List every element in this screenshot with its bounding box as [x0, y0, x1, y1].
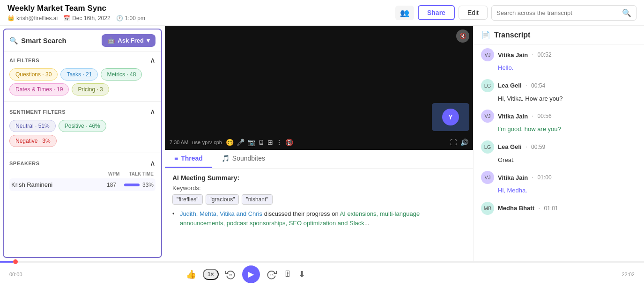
thread-content: AI Meeting Summary: Keywords: "fireflies… — [165, 169, 473, 261]
keyword-chip-0[interactable]: "fireflies" — [172, 194, 203, 205]
ask-fred-button[interactable]: 🤖 Ask Fred ▾ — [102, 34, 155, 47]
crown-icon: 👑 — [7, 15, 15, 22]
questions-chip[interactable]: Questions · 30 — [9, 68, 58, 81]
search-input[interactable] — [496, 9, 619, 16]
svg-text:15: 15 — [270, 273, 274, 276]
attendees-button[interactable]: 👥 — [395, 6, 414, 20]
pricing-chip[interactable]: Pricing · 3 — [72, 83, 109, 96]
speaker-bar — [124, 184, 140, 186]
middle-area: 🔇 Y 7:30 AM use-yprv-cph 😊 🎤 📷 🖥 ⊞ — [165, 26, 473, 261]
video-time: 7:30 AM — [170, 140, 188, 145]
tab-soundbites[interactable]: 🎵 Soundbites — [212, 150, 274, 168]
entry-time-3: 00:59 — [531, 144, 545, 150]
app-header: Weekly Market Team Sync 👑 krish@fireflie… — [0, 0, 644, 26]
keywords-label: Keywords: — [172, 184, 466, 191]
ai-filters-header: AI FILTERS ∧ — [9, 56, 155, 65]
download-button[interactable]: ⬇ — [298, 269, 305, 280]
play-button[interactable]: ▶ — [242, 265, 260, 283]
sentiment-filters-title: SENTIMENT FILTERS — [9, 109, 66, 115]
entry-text-4: Hi, Medha. — [481, 186, 637, 195]
metrics-chip[interactable]: Metrics · 48 — [101, 68, 142, 81]
waveform-button[interactable]: 🎚 — [283, 269, 292, 279]
sentiment-filters-header: SENTIMENT FILTERS ∧ — [9, 107, 155, 116]
pip-avatar: Y — [442, 109, 459, 125]
wpm-header: WPM — [108, 171, 119, 177]
transcript-title: Transcript — [494, 31, 530, 39]
header-meta: 👑 krish@fireflies.ai 📅 Dec 16th, 2022 🕐 … — [7, 15, 390, 22]
mic-icon[interactable]: 🎤 — [237, 139, 244, 146]
entry-name-3: Lea Geli — [498, 143, 522, 150]
search-icon: 🔍 — [622, 8, 631, 17]
keyword-chip-2[interactable]: "nishant" — [242, 194, 272, 205]
share-button[interactable]: Share — [418, 5, 455, 20]
volume-icon[interactable]: 🔊 — [460, 139, 468, 146]
camera-icon[interactable]: 📷 — [247, 139, 255, 146]
ai-filter-chips: Questions · 30 Tasks · 21 Metrics · 48 D… — [9, 68, 155, 96]
emoji-icon[interactable]: 😊 — [226, 139, 234, 146]
forward-button[interactable]: 15 — [266, 269, 277, 280]
sentiment-chips: Neutral · 51% Positive · 46% Negative · … — [9, 120, 155, 147]
main-body: 🔍 Smart Search 🤖 Ask Fred ▾ AI FILTERS ∧… — [0, 26, 644, 261]
meeting-time: 1:00 pm — [125, 15, 145, 22]
meeting-date: Dec 16th, 2022 — [72, 15, 110, 22]
sidebar-header: 🔍 Smart Search 🤖 Ask Fred ▾ — [4, 29, 161, 52]
tasks-chip[interactable]: Tasks · 21 — [60, 68, 98, 81]
user-meta: 👑 krish@fireflies.ai — [7, 15, 58, 22]
negative-chip[interactable]: Negative · 3% — [9, 135, 57, 147]
entry-text-2: I'm good, how are you? — [481, 125, 637, 134]
progress-dot — [13, 259, 18, 264]
transcript-header: 📄 Transcript — [474, 26, 644, 44]
tab-thread[interactable]: ≡ Thread — [165, 150, 212, 168]
pip-initial: Y — [448, 113, 452, 121]
keyword-chip-1[interactable]: "gracious" — [206, 194, 239, 205]
entry-time-1: 00:54 — [531, 82, 545, 89]
robot-icon: 🤖 — [107, 37, 115, 44]
video-ctrl-icons: 😊 🎤 📷 🖥 ⊞ ⋮ 📵 — [226, 139, 293, 146]
soundbites-icon: 🎵 — [222, 155, 229, 162]
end-call-icon[interactable]: 📵 — [285, 139, 293, 146]
entry-name-4: Vitika Jain — [498, 174, 528, 181]
sentiment-collapse-icon[interactable]: ∧ — [150, 107, 155, 116]
time-right: 22:02 — [618, 272, 635, 277]
speakers-table-header: WPM TALK TIME — [9, 171, 155, 178]
speed-button[interactable]: 1× — [203, 269, 219, 280]
ai-filters-section: AI FILTERS ∧ Questions · 30 Tasks · 21 M… — [4, 52, 161, 99]
expand-icon[interactable]: ⛶ — [450, 139, 457, 146]
summary-bullet: Judith, Mehta, Vitika and Chris discusse… — [172, 209, 466, 228]
screen-share-icon[interactable]: 🖥 — [258, 139, 265, 146]
entry-name-0: Vitika Jain — [498, 52, 528, 59]
neutral-chip[interactable]: Neutral · 51% — [9, 120, 56, 132]
entry-name-1: Lea Geli — [498, 82, 522, 89]
speaker-row[interactable]: Krish Ramineni 187 33% — [9, 178, 155, 191]
transcript-panel: 📄 Transcript VJ Vitika Jain · 00:52 Hell… — [473, 26, 644, 261]
edit-button[interactable]: Edit — [459, 6, 488, 20]
dates-times-chip[interactable]: Dates & Times · 19 — [9, 83, 69, 96]
sentiment-filters-section: SENTIMENT FILTERS ∧ Neutral · 51% Positi… — [4, 103, 161, 151]
date-meta: 📅 Dec 16th, 2022 — [63, 15, 110, 22]
entry-name-2: Vitika Jain — [498, 113, 528, 120]
ai-filters-collapse-icon[interactable]: ∧ — [150, 56, 155, 65]
waveform-icon: 🎚 — [283, 269, 292, 279]
chevron-down-icon: ▾ — [147, 37, 150, 44]
positive-chip[interactable]: Positive · 46% — [59, 120, 106, 132]
entry-text-1: Hi, Vitika. How are you? — [481, 94, 637, 103]
avatar-1: LG — [481, 79, 494, 92]
time-left: 00:00 — [9, 272, 26, 277]
thumbs-up-button[interactable]: 👍 — [186, 269, 196, 280]
speaker-pct: 33% — [142, 182, 154, 188]
avatar-2: VJ — [481, 110, 494, 123]
attendees-icon: 👥 — [400, 8, 409, 17]
video-section: 🔇 Y 7:30 AM use-yprv-cph 😊 🎤 📷 🖥 ⊞ — [165, 26, 473, 150]
ai-summary-title: AI Meeting Summary: — [172, 174, 466, 182]
section-divider-1 — [4, 101, 161, 102]
avatar-3: LG — [481, 140, 494, 154]
thread-icon: ≡ — [174, 155, 178, 162]
video-room: use-yprv-cph — [192, 140, 222, 145]
transcript-entry-3: LG Lea Geli · 00:59 Great. — [481, 140, 637, 165]
progress-track[interactable] — [0, 261, 644, 263]
rewind-button[interactable]: 15 — [225, 269, 236, 280]
grid-icon[interactable]: ⊞ — [267, 139, 273, 146]
transcript-search-box[interactable]: 🔍 — [491, 5, 637, 21]
speakers-collapse-icon[interactable]: ∧ — [150, 159, 155, 168]
more-icon[interactable]: ⋮ — [276, 139, 282, 146]
